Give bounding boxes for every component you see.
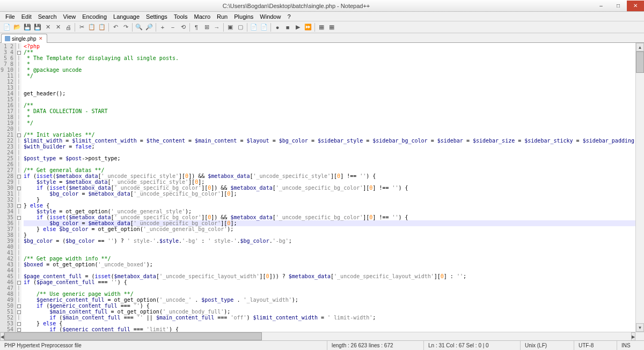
vscroll-track[interactable] (636, 51, 644, 323)
doc2-icon[interactable]: 📄 (259, 23, 269, 32)
code-line[interactable]: if ($page_content_full === '') { (24, 279, 635, 285)
fold-toggle[interactable]: - (17, 310, 21, 314)
replace-icon[interactable]: 🔎 (144, 23, 154, 32)
menu-window[interactable]: Window (257, 12, 284, 21)
fold-toggle[interactable]: - (17, 322, 21, 326)
print-icon[interactable]: 🖨 (63, 23, 73, 32)
code-line[interactable] (24, 126, 635, 132)
save-icon[interactable]: 💾 (23, 23, 32, 32)
fold-toggle[interactable]: - (17, 304, 21, 308)
minimize-button[interactable] (592, 1, 610, 11)
stop-icon[interactable]: ■ (283, 23, 292, 32)
code-line[interactable]: if (isset($metabox_data['_uncode_specifi… (24, 214, 635, 220)
code-line[interactable] (24, 161, 635, 167)
find-icon[interactable]: 🔍 (134, 23, 144, 32)
foldall-icon[interactable]: ▣ (225, 23, 235, 32)
menu-settings[interactable]: Settings (143, 12, 171, 21)
sync-icon[interactable]: ⟲ (178, 23, 188, 32)
code-line[interactable]: } else $bg_color = ot_get_option('_uncod… (24, 226, 635, 232)
fold-toggle[interactable]: - (17, 216, 21, 220)
menu-?[interactable]: ? (284, 12, 294, 21)
allchars-icon[interactable]: ⊞ (202, 23, 211, 32)
code-line[interactable]: $style = ot_get_option('_uncode_general_… (24, 208, 635, 214)
menu-search[interactable]: Search (35, 12, 60, 21)
code-line[interactable]: * @package uncode (24, 67, 635, 73)
code-line[interactable]: /** Use generic page width **/ (24, 291, 635, 297)
macro2-icon[interactable]: ▦ (327, 23, 336, 32)
code-line[interactable]: $boxed = ot_get_option('_uncode_boxed'); (24, 262, 635, 267)
menu-run[interactable]: Run (214, 12, 231, 21)
code-line[interactable] (24, 244, 635, 250)
code-area[interactable]: <?php/** * The Template for displaying a… (21, 43, 635, 332)
zoomout-icon[interactable]: − (168, 23, 178, 32)
code-line[interactable]: if ($generic_content_full === 'limit') { (24, 326, 635, 332)
code-line[interactable]: $page_content_full = (isset($metabox_dat… (24, 273, 635, 279)
playmulti-icon[interactable]: ⏩ (303, 23, 313, 32)
menu-encoding[interactable]: Encoding (79, 12, 110, 21)
scroll-down-button[interactable]: ▼ (636, 323, 644, 332)
tab-single-php[interactable]: single.php ✕ (1, 34, 47, 43)
vertical-scrollbar[interactable]: ▲ ▼ (635, 43, 644, 332)
hscroll-track[interactable] (4, 332, 631, 340)
code-line[interactable]: * DATA COLLECTION - START (24, 108, 635, 114)
code-line[interactable]: /** (24, 102, 635, 108)
zoomin-icon[interactable]: + (158, 23, 167, 32)
scroll-up-button[interactable]: ▲ (636, 43, 644, 51)
fold-toggle[interactable]: - (17, 187, 21, 190)
code-line[interactable]: } (24, 197, 635, 203)
code-line[interactable]: * (24, 61, 635, 67)
saveall-icon[interactable]: 💾 (33, 23, 42, 32)
rec-icon[interactable]: ● (273, 23, 282, 32)
code-line[interactable]: $bg_color = $metabox_data['_uncode_speci… (24, 191, 635, 197)
code-line[interactable] (24, 150, 635, 155)
code-line[interactable]: $with_builder = false; (24, 144, 635, 150)
code-line[interactable] (24, 85, 635, 91)
fold-toggle[interactable]: - (17, 328, 21, 332)
code-line[interactable] (24, 96, 635, 102)
play-icon[interactable]: ▶ (293, 23, 303, 32)
menu-view[interactable]: View (60, 12, 79, 21)
code-line[interactable]: if ($generic_content_full === '') { (24, 303, 635, 309)
code-line[interactable]: if (isset($metabox_data['_uncode_specifi… (24, 173, 635, 179)
close-tab-icon[interactable]: ✕ (38, 36, 43, 41)
code-line[interactable] (24, 267, 635, 273)
fold-toggle[interactable]: - (17, 175, 21, 178)
unfoldall-icon[interactable]: ▢ (236, 23, 245, 32)
scroll-right-button[interactable]: ▶ (631, 332, 635, 341)
code-line[interactable]: $style = $metabox_data['_uncode_specific… (24, 179, 635, 185)
doc1-icon[interactable]: 📄 (249, 23, 259, 32)
code-line[interactable] (24, 79, 635, 85)
open-icon[interactable]: 📂 (12, 23, 22, 32)
fold-toggle[interactable]: - (17, 281, 21, 285)
code-line[interactable]: $main_content_full = ot_get_option('_unc… (24, 309, 635, 315)
fold-toggle[interactable]: - (17, 204, 21, 208)
code-line[interactable] (24, 250, 635, 256)
code-line[interactable]: get_header(); (24, 91, 635, 96)
code-line[interactable]: } (24, 232, 635, 238)
new-icon[interactable]: 📄 (2, 23, 12, 32)
close-icon[interactable]: ✕ (43, 23, 53, 32)
code-line[interactable]: $bg_color = $metabox_data['_uncode_speci… (24, 220, 635, 226)
code-line[interactable]: $bg_color = ($bg_color == '') ? ' style-… (24, 238, 635, 244)
fold-toggle[interactable]: - (17, 133, 21, 137)
redo-icon[interactable]: ↷ (121, 23, 130, 32)
horizontal-scrollbar[interactable]: ◀ ▶ (0, 332, 635, 340)
code-line[interactable]: $post_type = $post->post_type; (24, 155, 635, 161)
code-line[interactable]: <?php (24, 43, 635, 49)
hscroll-thumb[interactable] (4, 332, 262, 340)
code-line[interactable]: * (24, 114, 635, 120)
code-line[interactable] (24, 285, 635, 291)
menu-file[interactable]: File (2, 12, 18, 21)
menu-language[interactable]: Language (110, 12, 143, 21)
code-line[interactable]: if ($main_content_full === '' || $main_c… (24, 315, 635, 321)
menu-tools[interactable]: Tools (171, 12, 191, 21)
macro1-icon[interactable]: ▦ (317, 23, 326, 32)
wordwrap-icon[interactable]: ¶ (192, 23, 201, 32)
code-line[interactable]: * The Template for displaying all single… (24, 55, 635, 61)
code-line[interactable]: } else { (24, 203, 635, 208)
fold-toggle[interactable]: - (17, 51, 21, 55)
code-line[interactable]: /** Init variables **/ (24, 132, 635, 138)
code-line[interactable]: */ (24, 73, 635, 79)
menu-edit[interactable]: Edit (18, 12, 35, 21)
vscroll-thumb[interactable] (636, 51, 644, 73)
